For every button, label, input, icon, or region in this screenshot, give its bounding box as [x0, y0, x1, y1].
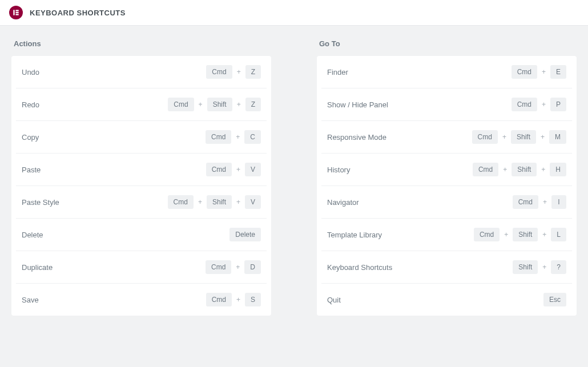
shortcut-keys: Esc: [543, 293, 566, 306]
shortcut-row: Undo Cmd + Z: [16, 56, 267, 88]
shortcut-keys: Cmd + Shift + L: [474, 228, 566, 241]
key: Shift: [207, 98, 232, 111]
key: D: [244, 260, 261, 274]
key: Cmd: [474, 228, 500, 241]
column-title: Go To: [317, 36, 577, 56]
plus-icon: +: [198, 198, 202, 206]
key: Cmd: [472, 130, 498, 144]
key: S: [245, 293, 261, 306]
content: Actions Undo Cmd + Z Redo Cmd + Shift: [0, 26, 588, 326]
shortcut-keys: Shift + ?: [513, 260, 566, 274]
shortcut-row: Template Library Cmd + Shift + L: [321, 219, 572, 251]
plus-icon: +: [541, 133, 545, 141]
shortcut-label: Redo: [22, 100, 39, 109]
key: Cmd: [512, 98, 537, 111]
svg-rect-0: [13, 10, 14, 15]
column-goto: Go To Finder Cmd + E Show / Hide Panel C…: [317, 36, 577, 316]
panel-actions: Undo Cmd + Z Redo Cmd + Shift + Z: [11, 56, 271, 316]
shortcut-keys: Cmd + Shift + Z: [168, 98, 261, 111]
key: Shift: [207, 195, 232, 209]
plus-icon: +: [237, 100, 241, 108]
key: P: [550, 98, 566, 111]
shortcut-row: Responsive Mode Cmd + Shift + M: [321, 121, 572, 154]
plus-icon: +: [541, 166, 545, 174]
shortcut-keys: Cmd + I: [513, 195, 566, 209]
shortcut-label: Undo: [22, 68, 39, 76]
shortcut-label: Paste Style: [22, 198, 59, 207]
shortcut-row: Delete Delete: [16, 219, 267, 251]
panel-goto: Finder Cmd + E Show / Hide Panel Cmd + P: [317, 56, 577, 316]
shortcut-keys: Cmd + D: [206, 260, 261, 274]
plus-icon: +: [504, 231, 508, 239]
key: Shift: [511, 130, 536, 144]
shortcut-keys: Cmd + Z: [206, 65, 261, 79]
key: V: [245, 195, 261, 209]
plus-icon: +: [236, 133, 240, 141]
shortcut-row: Redo Cmd + Shift + Z: [16, 88, 267, 121]
key: Esc: [543, 293, 566, 306]
header: KEYBOARD SHORTCUTS: [0, 0, 588, 26]
shortcut-row: Keyboard Shortcuts Shift + ?: [321, 251, 572, 284]
key: Cmd: [206, 163, 232, 176]
shortcut-row: Paste Cmd + V: [16, 154, 267, 186]
key: M: [549, 130, 566, 144]
key: Z: [245, 65, 261, 79]
shortcut-row: History Cmd + Shift + H: [321, 154, 572, 186]
plus-icon: +: [503, 166, 507, 174]
key: C: [244, 130, 261, 144]
svg-rect-2: [15, 12, 18, 13]
shortcut-keys: Cmd + E: [512, 65, 566, 79]
key: Cmd: [168, 195, 194, 209]
plus-icon: +: [199, 100, 203, 108]
key: Shift: [512, 163, 537, 176]
shortcut-keys: Delete: [229, 228, 261, 241]
shortcut-label: Responsive Mode: [327, 133, 386, 142]
shortcut-label: Show / Hide Panel: [327, 100, 388, 109]
plus-icon: +: [236, 198, 240, 206]
key: V: [245, 163, 261, 176]
shortcut-row: Duplicate Cmd + D: [16, 251, 267, 284]
elementor-logo-icon: [9, 6, 23, 19]
shortcut-label: Save: [22, 296, 39, 304]
svg-rect-1: [15, 10, 18, 11]
key: E: [550, 65, 566, 79]
plus-icon: +: [237, 68, 241, 76]
shortcut-label: Keyboard Shortcuts: [327, 263, 392, 272]
plus-icon: +: [542, 231, 546, 239]
shortcut-label: Delete: [22, 231, 43, 239]
column-actions: Actions Undo Cmd + Z Redo Cmd + Shift: [11, 36, 271, 316]
key: Cmd: [206, 130, 231, 144]
key: Cmd: [206, 260, 231, 274]
shortcut-keys: Cmd + V: [206, 163, 261, 176]
shortcut-label: History: [327, 166, 350, 174]
plus-icon: +: [542, 68, 546, 76]
shortcut-label: Duplicate: [22, 263, 53, 272]
plus-icon: +: [236, 296, 240, 304]
shortcut-keys: Cmd + Shift + M: [472, 130, 566, 144]
plus-icon: +: [502, 133, 506, 141]
shortcut-row: Show / Hide Panel Cmd + P: [321, 88, 572, 121]
shortcut-label: Paste: [22, 166, 41, 174]
key: H: [550, 163, 566, 176]
plus-icon: +: [236, 263, 240, 271]
shortcut-keys: Cmd + P: [512, 98, 566, 111]
shortcut-keys: Cmd + C: [206, 130, 261, 144]
shortcut-label: Quit: [327, 296, 341, 304]
column-title: Actions: [11, 36, 271, 56]
key: Cmd: [206, 65, 232, 79]
key: Shift: [513, 228, 538, 241]
key: Cmd: [512, 65, 537, 79]
key: Cmd: [473, 163, 498, 176]
columns: Actions Undo Cmd + Z Redo Cmd + Shift: [11, 36, 577, 316]
key: Cmd: [168, 98, 194, 111]
shortcut-row: Finder Cmd + E: [321, 56, 572, 88]
plus-icon: +: [236, 166, 240, 174]
shortcut-keys: Cmd + Shift + H: [473, 163, 566, 176]
shortcut-row: Navigator Cmd + I: [321, 186, 572, 219]
svg-rect-3: [15, 14, 18, 15]
page-title: KEYBOARD SHORTCUTS: [30, 9, 126, 17]
shortcut-label: Copy: [22, 133, 39, 142]
shortcut-keys: Cmd + S: [206, 293, 261, 306]
key: L: [551, 228, 566, 241]
key: ?: [551, 260, 566, 274]
